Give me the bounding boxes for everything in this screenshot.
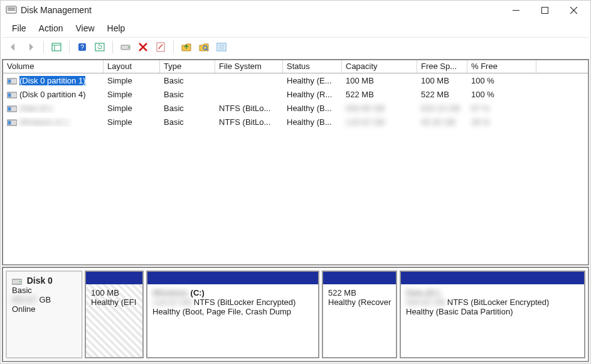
partition-line1: 118.52 GB NTFS (BitLocker Encrypted) (152, 297, 313, 307)
maximize-button[interactable] (530, 1, 559, 19)
forward-button[interactable] (23, 40, 38, 54)
volume-status: Healthy (B... (283, 117, 342, 127)
volume-type: Basic (160, 90, 215, 99)
help-button[interactable]: ? (75, 40, 90, 54)
col-type[interactable]: Type (160, 60, 215, 73)
partition-label: Windows (C:) (152, 288, 313, 297)
partition-stripe (322, 270, 397, 284)
toolbar-separator (173, 41, 174, 53)
volume-free: 620.10 GB (417, 104, 467, 113)
svg-rect-29 (8, 107, 11, 110)
volume-icon (7, 119, 17, 126)
properties-button[interactable] (153, 40, 168, 54)
volume-capacity: 522 MB (342, 90, 417, 99)
volume-name-cell: Windows (C:) (3, 117, 104, 127)
volume-header-row: Volume Layout Type File System Status Ca… (3, 60, 588, 73)
volume-capacity: 100 MB (342, 76, 417, 85)
disk-type: Basic (12, 286, 77, 295)
col-layout[interactable]: Layout (104, 60, 160, 73)
partition[interactable]: 522 MBHealthy (Recover (322, 270, 397, 358)
volume-name: (Disk 0 partition 1) (19, 76, 85, 85)
volume-name-cell: (Disk 0 partition 1) (3, 76, 104, 85)
window-buttons (501, 1, 588, 19)
disk-map-pane: Disk 0 Basic 953.87 GB Online 100 MBHeal… (2, 267, 589, 362)
volume-layout: Simple (104, 76, 160, 85)
toolbar-separator (43, 41, 44, 53)
search-button[interactable] (196, 40, 211, 54)
col-status[interactable]: Status (283, 60, 342, 73)
toolbar-separator (112, 41, 113, 53)
svg-rect-31 (8, 120, 11, 124)
minimize-button[interactable] (501, 1, 530, 19)
partition-line1: 522 MB (328, 288, 391, 297)
disk-size: 953.87 GB (12, 295, 77, 304)
partition-body: Data (D:) 834.82 GB NTFS (BitLocker Encr… (400, 284, 585, 358)
volume-layout: Simple (104, 117, 160, 127)
partition-line2: Healthy (Recover (328, 297, 391, 307)
volume-pct: 100 % (467, 90, 536, 99)
menu-action[interactable]: Action (34, 22, 68, 35)
partition-stripe (146, 270, 319, 284)
show-hide-tree-button[interactable] (49, 40, 64, 54)
volume-fs: NTFS (BitLo... (215, 104, 283, 113)
volume-name-cell: (Disk 0 partition 4) (3, 90, 104, 99)
partition-stripe (400, 270, 585, 284)
disk-partitions: 100 MBHealthy (EFIWindows (C:)118.52 GB … (85, 270, 585, 358)
partition-stripe (85, 270, 144, 284)
col-pctfree[interactable]: % Free (467, 60, 536, 73)
svg-rect-2 (8, 9, 15, 11)
svg-rect-7 (52, 43, 61, 51)
menu-help[interactable]: Help (102, 22, 130, 35)
volume-rows: (Disk 0 partition 1)SimpleBasicHealthy (… (3, 73, 588, 129)
svg-rect-12 (95, 43, 104, 51)
partition[interactable]: Windows (C:)118.52 GB NTFS (BitLocker En… (146, 270, 319, 358)
disk-info-panel[interactable]: Disk 0 Basic 953.87 GB Online (6, 270, 82, 358)
svg-rect-27 (8, 93, 11, 97)
volume-name: (Disk 0 partition 4) (19, 90, 85, 99)
partition[interactable]: Data (D:) 834.82 GB NTFS (BitLocker Encr… (400, 270, 585, 358)
volume-row[interactable]: Windows (C:)SimpleBasicNTFS (BitLo...Hea… (3, 115, 588, 129)
volume-capacity: 930.95 GB (342, 104, 417, 113)
volume-layout: Simple (104, 104, 160, 113)
partition[interactable]: 100 MBHealthy (EFI (85, 270, 144, 358)
toolbar: ? (1, 38, 590, 58)
partition-body: Windows (C:)118.52 GB NTFS (BitLocker En… (146, 284, 319, 358)
volume-capacity: 118.52 GB (342, 117, 417, 127)
col-freespace[interactable]: Free Sp... (417, 60, 467, 73)
partition-line1: 834.82 GB NTFS (BitLocker Encrypted) (406, 297, 579, 307)
col-filesystem[interactable]: File System (215, 60, 283, 73)
volume-row[interactable]: (Disk 0 partition 1)SimpleBasicHealthy (… (3, 73, 588, 87)
window-title: Disk Management (21, 5, 92, 15)
partition-line1: 100 MB (91, 288, 137, 297)
volume-layout: Simple (104, 90, 160, 99)
volume-icon (7, 91, 17, 98)
partition-body: 522 MBHealthy (Recover (322, 284, 397, 358)
volume-status: Healthy (R... (283, 90, 342, 99)
volume-pct: 38 % (467, 117, 536, 127)
col-capacity[interactable]: Capacity (342, 60, 417, 73)
volume-row[interactable]: Data (D:)SimpleBasicNTFS (BitLo...Health… (3, 101, 588, 115)
app-icon (6, 4, 17, 16)
import-button[interactable] (179, 40, 194, 54)
back-button[interactable] (6, 40, 21, 54)
volume-pct: 67 % (467, 104, 536, 113)
partition-line2: Healthy (Boot, Page File, Crash Dump (152, 307, 313, 316)
col-volume[interactable]: Volume (3, 60, 104, 73)
list-button[interactable] (214, 40, 229, 54)
menubar: File Action View Help (1, 19, 590, 37)
delete-button[interactable] (136, 40, 151, 54)
refresh-button[interactable] (92, 40, 107, 54)
volume-free: 100 MB (417, 76, 467, 85)
disk-management-window: Disk Management File Action View Help ? (0, 0, 591, 364)
volume-type: Basic (160, 117, 215, 127)
titlebar: Disk Management (1, 1, 590, 19)
rescan-disks-button[interactable] (118, 40, 133, 54)
toolbar-separator (69, 41, 70, 53)
disk-status: Online (12, 304, 77, 314)
volume-row[interactable]: (Disk 0 partition 4)SimpleBasicHealthy (… (3, 87, 588, 101)
menu-view[interactable]: View (70, 22, 99, 35)
menu-file[interactable]: File (7, 22, 31, 35)
close-button[interactable] (559, 1, 588, 19)
svg-rect-1 (8, 8, 15, 9)
volume-status: Healthy (B... (283, 104, 342, 113)
